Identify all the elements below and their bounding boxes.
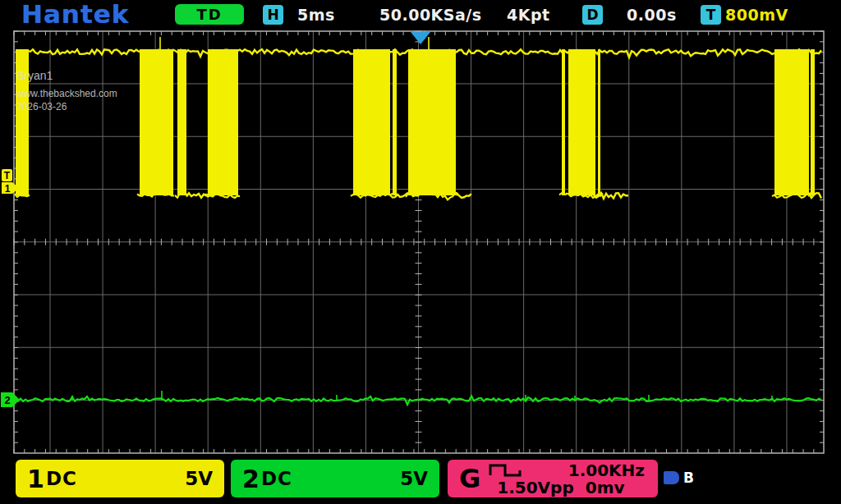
trigger-level-value: 800mV: [725, 6, 788, 24]
top-status-bar: Hantek TD H 5ms 50.00KSa/s 4Kpt D 0.00s …: [0, 0, 841, 29]
usb-device-label: B: [683, 470, 694, 486]
generator-label: G: [459, 463, 480, 494]
delay-menu-button[interactable]: D: [582, 5, 603, 25]
channel2-coupling: DC: [261, 468, 292, 489]
acquisition-mode-label: TD: [196, 6, 222, 23]
channel2-number: 2: [242, 465, 260, 493]
watermark-user: Bryan1: [16, 70, 117, 81]
trigger-menu-button[interactable]: T: [701, 5, 721, 25]
delay-menu-label: D: [586, 7, 598, 23]
horizontal-offset-value: 0.00s: [627, 6, 677, 24]
generator-amplitude: 1.50Vpp: [497, 479, 573, 496]
trigger-position-marker[interactable]: [411, 32, 430, 44]
channel1-coupling: DC: [46, 468, 77, 489]
watermark: Bryan1 www.thebackshed.com 2026-03-26: [16, 70, 117, 112]
channel1-number: 1: [27, 465, 44, 493]
horizontal-menu-button[interactable]: H: [263, 5, 283, 25]
channel1-info-button[interactable]: 1 DC 5V: [16, 460, 224, 497]
acquisition-mode-button[interactable]: TD: [175, 4, 244, 25]
scope-graticule-and-traces: T12: [0, 29, 841, 456]
bottom-status-bar: 1 DC 5V 2 DC 5V G 1.00KHz 1.50Vpp 0mv: [0, 456, 841, 504]
watermark-date: 2026-03-26: [16, 102, 117, 112]
channel1-scale: 5V: [185, 468, 213, 489]
svg-text:T: T: [4, 170, 11, 181]
generator-details: 1.00KHz 1.50Vpp 0mv: [489, 462, 650, 496]
horizontal-menu-label: H: [267, 7, 278, 23]
channel2-info-button[interactable]: 2 DC 5V: [231, 460, 439, 497]
square-wave-icon: [489, 463, 523, 478]
timebase-value: 5ms: [297, 6, 335, 24]
usb-icon: [662, 468, 682, 488]
generator-frequency: 1.00KHz: [568, 462, 645, 479]
oscilloscope-screen: Hantek TD H 5ms 50.00KSa/s 4Kpt D 0.00s …: [0, 0, 841, 504]
brand-logo: Hantek: [21, 0, 129, 29]
watermark-site: www.thebackshed.com: [16, 89, 117, 99]
sample-rate-value: 50.00KSa/s: [379, 6, 482, 24]
signal-generator-button[interactable]: G 1.00KHz 1.50Vpp 0mv: [448, 460, 658, 497]
trigger-menu-label: T: [706, 7, 716, 23]
svg-text:1: 1: [5, 183, 11, 195]
waveform-display[interactable]: T12 Bryan1 www.thebackshed.com 2026-03-2…: [0, 29, 841, 456]
usb-device-indicator: B: [662, 468, 694, 488]
channel2-scale: 5V: [400, 468, 428, 489]
memory-depth-value: 4Kpt: [507, 6, 550, 24]
svg-text:2: 2: [4, 394, 10, 406]
generator-offset: 0mv: [586, 479, 625, 496]
